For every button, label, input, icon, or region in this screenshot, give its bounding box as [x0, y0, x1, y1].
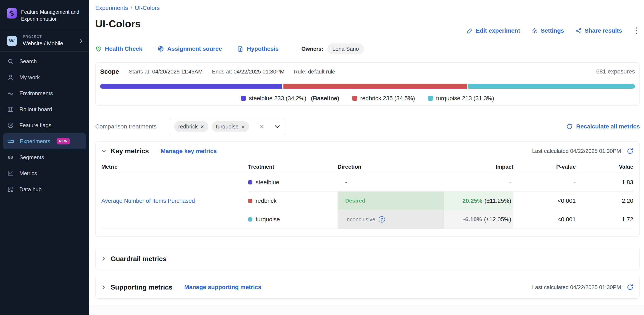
sidebar-item-label: Rollout board — [20, 106, 52, 113]
chevron-right-icon[interactable] — [100, 284, 107, 290]
scope-card: Scope Starts at: 04/20/2025 11:45AM Ends… — [95, 62, 640, 106]
flag-circle-icon — [7, 122, 14, 129]
remove-chip-icon[interactable] — [200, 123, 204, 130]
sidebar-item-experiments[interactable]: Experiments NEW — [3, 133, 86, 149]
key-metrics-card: Key metrics Manage key metrics Last calc… — [95, 141, 640, 237]
main-content: Experiments/UI-Colors UI-Colors Edit exp… — [89, 0, 644, 315]
redbrick-swatch — [352, 96, 357, 101]
share-results-button[interactable]: Share results — [576, 27, 622, 34]
sidebar-item-environments[interactable]: Environments — [3, 85, 86, 101]
chip-label: turquoise — [216, 123, 238, 130]
breadcrumb-current-link[interactable]: UI-Colors — [135, 5, 160, 11]
more-options-button[interactable] — [634, 26, 639, 35]
col-header-impact: Impact — [444, 161, 513, 173]
sidebar-item-label: Experiments — [20, 138, 50, 145]
breadcrumb-experiments-link[interactable]: Experiments — [95, 5, 128, 11]
app-logo-row: Feature Management and Experimentation — [0, 0, 89, 22]
bar-segment-turquoise — [468, 84, 635, 89]
health-check-label: Health Check — [105, 45, 142, 52]
hexagons-icon — [7, 90, 14, 97]
sidebar-item-metrics[interactable]: Metrics — [3, 165, 86, 181]
redbrick-swatch — [248, 199, 252, 203]
refresh-icon[interactable] — [626, 284, 634, 291]
hypothesis-link[interactable]: Hypothesis — [237, 45, 278, 52]
new-badge: NEW — [57, 138, 70, 144]
project-name: Website / Mobile — [23, 40, 78, 47]
chevron-down-icon[interactable] — [274, 123, 281, 130]
key-metrics-header: Key metrics Manage key metrics Last calc… — [96, 142, 640, 155]
manage-supporting-metrics-link[interactable]: Manage supporting metrics — [184, 284, 261, 291]
turquoise-swatch — [248, 217, 252, 222]
grid-icon — [7, 186, 14, 193]
clear-all-icon[interactable] — [258, 123, 266, 130]
target-icon — [158, 45, 164, 52]
sidebar-item-my-work[interactable]: My work — [3, 69, 86, 85]
scope-header: Scope Starts at: 04/20/2025 11:45AM Ends… — [96, 62, 640, 75]
turquoise-swatch — [428, 96, 433, 101]
project-label: PROJECT — [23, 35, 78, 39]
legend-label: steelblue 233 (34.2%) — [249, 95, 306, 102]
legend-item-redbrick: redbrick 235 (34.5%) — [352, 95, 415, 102]
last-calculated: Last calculated 04/22/2025 01:30PM — [532, 284, 634, 291]
pencil-icon — [466, 27, 473, 34]
search-icon — [7, 58, 14, 65]
assignment-source-link[interactable]: Assignment source — [158, 45, 222, 52]
select-divider — [270, 122, 270, 131]
value-cell: 1.83 — [583, 173, 633, 192]
assignment-source-label: Assignment source — [167, 45, 222, 52]
guardrail-metrics-title: Guardrail metrics — [111, 255, 166, 263]
breadcrumb: Experiments/UI-Colors — [95, 5, 160, 11]
metric-link[interactable]: Average Number of Items Purchased — [101, 198, 195, 204]
experiment-meta-row: Health Check Assignment source Hypothesi… — [95, 43, 364, 54]
sidebar-nav: Search My work Environments Rollout boar… — [0, 52, 89, 197]
col-header-direction: Direction — [338, 161, 444, 173]
impact-cell: - — [444, 173, 513, 192]
sidebar-item-rollout-board[interactable]: Rollout board — [3, 101, 86, 117]
steelblue-swatch — [248, 180, 252, 184]
people-icon — [7, 154, 14, 161]
sidebar-item-feature-flags[interactable]: Feature flags — [3, 117, 86, 133]
scope-starts: Starts at: 04/20/2025 11:45AM — [129, 68, 203, 75]
exposures-count: 681 exposures — [596, 68, 635, 75]
sidebar: Feature Management and Experimentation W… — [0, 0, 89, 315]
chip-turquoise[interactable]: turquoise — [212, 121, 249, 132]
manage-key-metrics-link[interactable]: Manage key metrics — [160, 148, 217, 155]
refresh-icon[interactable] — [626, 148, 634, 155]
steelblue-swatch — [241, 96, 246, 101]
chip-redbrick[interactable]: redbrick — [174, 121, 208, 132]
sidebar-item-search[interactable]: Search — [3, 53, 86, 69]
ruler-icon — [7, 138, 14, 145]
comparison-row: Comparison treatments redbrick turquoise… — [95, 117, 640, 136]
owner-chip[interactable]: Lena Sano — [328, 43, 364, 54]
direction-cell: - — [338, 173, 444, 192]
breadcrumb-separator: / — [131, 5, 132, 11]
sidebar-item-data-hub[interactable]: Data hub — [3, 181, 86, 197]
sidebar-item-label: Segments — [20, 154, 44, 161]
hypothesis-label: Hypothesis — [247, 45, 278, 52]
value-cell: 2.20 — [583, 192, 633, 210]
remove-chip-icon[interactable] — [241, 123, 245, 130]
value-cell: 1.72 — [583, 210, 633, 229]
settings-button[interactable]: Settings — [532, 27, 564, 34]
treatment-legend: steelblue 233 (34.2%) (Baseline) redbric… — [96, 95, 640, 102]
legend-label: turquoise 213 (31.3%) — [436, 95, 494, 102]
edit-experiment-button[interactable]: Edit experiment — [466, 27, 520, 34]
project-switcher[interactable]: W/ PROJECT Website / Mobile — [0, 30, 89, 51]
gear-icon — [532, 27, 538, 34]
p-value-cell: - — [513, 173, 583, 192]
split-logo-icon — [7, 8, 17, 18]
chevron-down-icon[interactable] — [100, 148, 107, 154]
recalculate-all-metrics-button[interactable]: Recalculate all metrics — [566, 123, 640, 130]
last-calculated: Last calculated 04/22/2025 01:30PM — [532, 148, 634, 155]
p-value-cell: <0.001 — [513, 210, 583, 229]
chevron-right-icon — [78, 38, 84, 44]
refresh-icon — [566, 123, 573, 130]
chevron-right-icon[interactable] — [100, 256, 107, 262]
sidebar-item-label: Metrics — [20, 170, 37, 177]
health-check-link[interactable]: Health Check — [95, 45, 142, 52]
sidebar-item-segments[interactable]: Segments — [3, 149, 86, 165]
comparison-treatments-select[interactable]: redbrick turquoise — [170, 118, 285, 135]
baseline-tag: (Baseline) — [311, 95, 339, 102]
question-circle-icon[interactable] — [379, 216, 385, 223]
legend-item-steelblue: steelblue 233 (34.2%) (Baseline) — [241, 95, 339, 102]
